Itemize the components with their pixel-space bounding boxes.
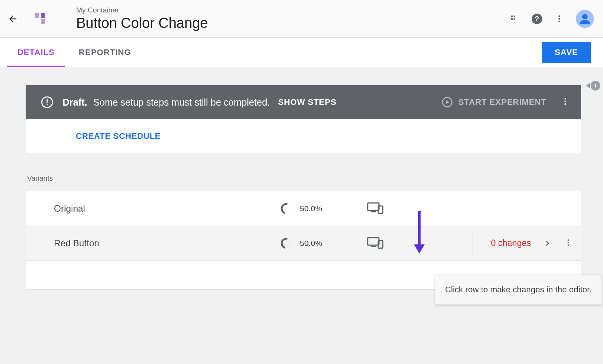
svg-point-16 xyxy=(565,101,566,102)
variant-row-red-button[interactable]: Red Button 50.0% 0 changes xyxy=(26,226,581,261)
svg-point-6 xyxy=(559,18,560,19)
tab-details[interactable]: DETAILS xyxy=(17,38,55,67)
show-steps-button[interactable]: SHOW STEPS xyxy=(278,97,337,107)
svg-point-9 xyxy=(595,84,596,85)
chevron-right-icon xyxy=(544,240,551,247)
variant-name: Red Button xyxy=(54,238,280,249)
create-schedule-button[interactable]: CREATE SCHEDULE xyxy=(76,131,161,141)
back-button[interactable] xyxy=(5,0,20,38)
header-more-button[interactable] xyxy=(555,14,564,23)
help-icon: ? xyxy=(531,13,543,25)
weight-donut-icon xyxy=(280,203,292,215)
status-message: Some setup steps must still be completed… xyxy=(93,97,270,108)
svg-rect-24 xyxy=(371,246,376,247)
tooltip-text: Click row to make changes in the editor. xyxy=(445,285,592,294)
status-label: Draft. xyxy=(63,97,87,108)
tooltip: Click row to make changes in the editor. xyxy=(435,275,602,305)
variant-weight[interactable]: 50.0% xyxy=(280,237,344,249)
svg-rect-10 xyxy=(595,85,596,88)
weight-donut-icon xyxy=(280,237,292,249)
header: My Container Button Color Change ? xyxy=(0,0,603,38)
svg-rect-19 xyxy=(368,203,379,210)
svg-point-27 xyxy=(568,241,569,243)
svg-rect-20 xyxy=(371,211,376,212)
avatar[interactable] xyxy=(576,10,594,28)
header-icons: ? xyxy=(509,10,594,28)
info-badge-icon xyxy=(591,81,600,91)
apps-button[interactable] xyxy=(509,14,519,24)
variant-more-button[interactable] xyxy=(564,238,572,248)
svg-rect-2 xyxy=(41,19,45,24)
optimize-logo-icon xyxy=(31,9,50,28)
play-circle-icon xyxy=(442,97,453,108)
devices-icon xyxy=(367,201,384,214)
variant-weight[interactable]: 50.0% xyxy=(280,203,344,215)
title-block: My Container Button Color Change xyxy=(76,6,208,31)
back-arrow-icon xyxy=(8,14,18,24)
app-logo xyxy=(31,9,50,28)
status-banner: Draft. Some setup steps must still be co… xyxy=(26,85,581,119)
save-button[interactable]: SAVE xyxy=(542,42,591,63)
alert-circle-icon xyxy=(41,96,54,109)
info-chip[interactable] xyxy=(586,81,600,91)
variants-label: Variants xyxy=(27,174,581,183)
svg-rect-1 xyxy=(41,13,45,18)
person-icon xyxy=(578,12,591,25)
changes-link[interactable]: 0 changes xyxy=(491,238,531,248)
schedule-row: CREATE SCHEDULE xyxy=(26,119,581,153)
more-vert-icon xyxy=(561,97,570,106)
variant-row-original[interactable]: Original 50.0% xyxy=(26,191,581,226)
tab-reporting[interactable]: REPORTING xyxy=(79,38,131,67)
page-title: Button Color Change xyxy=(76,15,208,31)
svg-point-28 xyxy=(568,244,569,246)
preview-button[interactable] xyxy=(367,201,384,216)
svg-point-17 xyxy=(565,103,566,105)
svg-point-26 xyxy=(568,239,569,241)
svg-point-15 xyxy=(565,98,566,100)
start-experiment-button[interactable]: START EXPERIMENT xyxy=(442,97,546,108)
container-name: My Container xyxy=(76,6,208,14)
svg-text:?: ? xyxy=(535,15,539,23)
variant-name: Original xyxy=(54,203,280,214)
svg-rect-12 xyxy=(47,99,48,103)
more-vert-icon xyxy=(555,14,564,23)
help-button[interactable]: ? xyxy=(531,13,543,25)
preview-button[interactable] xyxy=(367,236,384,250)
svg-point-7 xyxy=(559,20,560,22)
svg-rect-13 xyxy=(47,104,48,106)
svg-rect-0 xyxy=(35,13,39,18)
svg-rect-23 xyxy=(368,238,379,245)
apps-grid-icon xyxy=(509,14,519,24)
devices-icon xyxy=(367,236,384,249)
more-vert-icon xyxy=(564,238,572,247)
svg-point-8 xyxy=(582,14,588,19)
svg-point-5 xyxy=(559,15,560,17)
content: Draft. Some setup steps must still be co… xyxy=(0,67,603,290)
tabs-bar: DETAILS REPORTING SAVE xyxy=(0,38,603,67)
triangle-left-icon xyxy=(586,83,590,88)
banner-more-button[interactable] xyxy=(561,97,570,108)
